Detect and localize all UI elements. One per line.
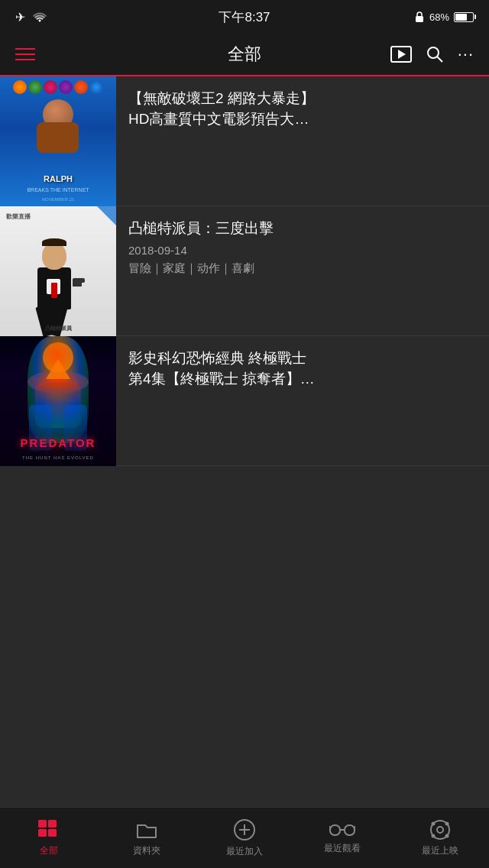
status-left-icons: ✈ [15,10,47,24]
movie-info: 影史科幻恐怖經典 終極戰士 第4集【終極戰士 掠奪者】… [116,336,489,465]
movie-date: 2018-09-14 [128,244,477,257]
movie-item[interactable]: 歡樂直播 [0,206,489,336]
tab-all[interactable]: 全部 [0,819,98,857]
tab-recent-add[interactable]: 最近加入 [196,818,293,858]
empty-area [0,466,489,807]
svg-line-2 [437,57,442,63]
svg-rect-5 [38,829,47,837]
movie-info: 【無敵破壞王2 網路大暴走】 HD高畫質中文電影預告大… [116,76,489,206]
movie-thumbnail: PREDATOR THE HUNT HAS EVOLVED [0,336,116,466]
movie-thumbnail: RALPH BREAKS THE INTERNET NOVEMBER 21 [0,76,116,206]
corner-triangle [97,206,116,225]
tab-recent-release-label: 最近上映 [422,844,458,857]
svg-rect-3 [38,820,47,828]
status-time: 下午8:37 [219,8,270,26]
wifi-icon [33,11,47,22]
airplane-icon: ✈ [15,10,25,24]
battery-icon [454,12,474,22]
menu-button[interactable] [15,48,35,60]
folder-icon [135,819,158,840]
movie-thumbnail: 歡樂直播 [0,206,116,336]
movie-title: 【無敵破壞王2 網路大暴走】 HD高畫質中文電影預告大… [128,89,477,129]
navbar-left [15,48,35,60]
navbar-right: ··· [390,44,474,64]
movie-title: 影史科幻恐怖經典 終極戰士 第4集【終極戰士 掠奪者】… [128,348,477,389]
tab-recent-watch-label: 最近觀看 [324,842,361,855]
tab-all-label: 全部 [40,844,58,857]
svg-point-17 [432,821,436,825]
tab-folder-label: 資料夾 [133,844,160,857]
navbar-title: 全部 [228,43,261,66]
movie-info: 凸槌特派員：三度出擊 2018-09-14 冒險｜家庭｜动作｜喜劇 [116,206,489,335]
svg-point-20 [445,834,449,837]
lock-icon [414,11,425,23]
plus-circle-icon [233,818,256,841]
play-button[interactable] [390,46,412,63]
status-bar: ✈ 下午8:37 68% [0,0,489,34]
svg-rect-11 [345,825,355,835]
movie-item[interactable]: RALPH BREAKS THE INTERNET NOVEMBER 21 【無… [0,76,489,206]
movie-genres: 冒險｜家庭｜动作｜喜劇 [128,261,477,276]
movie-list: RALPH BREAKS THE INTERNET NOVEMBER 21 【無… [0,76,489,466]
movie-title: 凸槌特派員：三度出擊 [128,219,477,239]
more-button[interactable]: ··· [458,44,474,64]
tab-recent-add-label: 最近加入 [226,845,263,858]
svg-rect-4 [48,820,57,828]
svg-line-13 [329,826,330,829]
svg-point-19 [432,834,436,837]
status-right-icons: 68% [414,11,474,23]
movie-label-top: 歡樂直播 [6,212,31,221]
svg-line-14 [355,826,355,829]
tab-folder[interactable]: 資料夾 [98,819,196,857]
navbar: 全部 ··· [0,34,489,76]
search-button[interactable] [426,45,444,63]
svg-point-16 [437,827,443,833]
tab-bar: 全部 資料夾 最近加入 最近觀看 [0,807,489,868]
svg-rect-6 [48,829,57,837]
tab-recent-release[interactable]: 最近上映 [391,819,489,857]
svg-point-18 [445,821,449,825]
svg-rect-10 [330,825,340,835]
film-icon [429,819,452,840]
grid-icon [37,819,60,840]
svg-point-1 [428,47,439,58]
battery-percent: 68% [429,11,449,23]
tab-recent-watch[interactable]: 最近觀看 [293,821,391,855]
movie-item[interactable]: PREDATOR THE HUNT HAS EVOLVED 影史科幻恐怖經典 終… [0,336,489,466]
svg-rect-0 [416,16,423,22]
glasses-icon [329,821,355,838]
